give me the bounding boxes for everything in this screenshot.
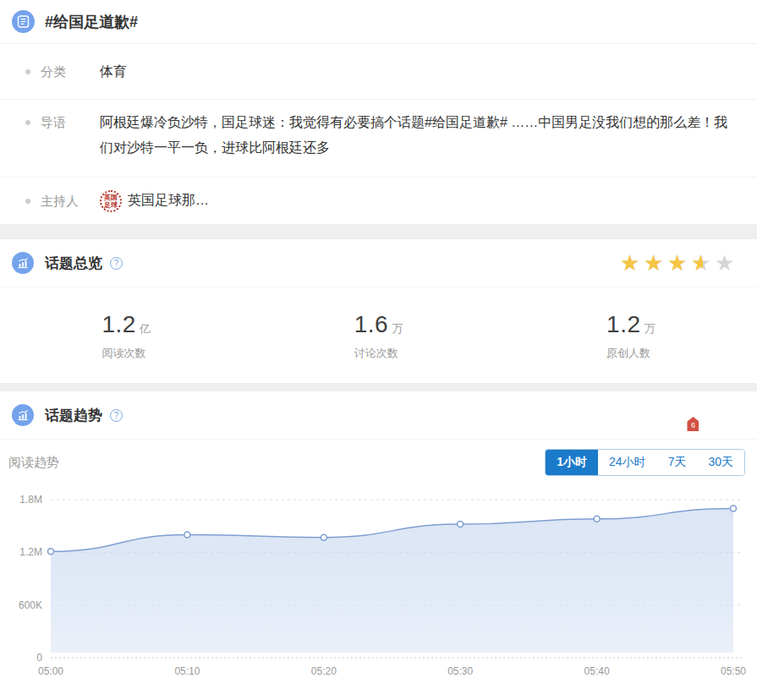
bullet-dot-icon	[25, 69, 30, 74]
intro-text: 阿根廷爆冷负沙特，国足球迷：我觉得有必要搞个话题#给国足道歉# ……中国男足没我…	[100, 110, 736, 161]
y-axis-tick-label: 600K	[19, 599, 42, 611]
tab-30days[interactable]: 30天	[697, 450, 744, 475]
host-row: 主持人 英国足球 英国足球那…	[0, 178, 757, 224]
trend-chart-svg: 1.8M1.2M600K005:0005:1005:2005:3005:4005…	[0, 485, 757, 688]
topic-header-card: #给国足道歉# 分类 体育 导语 阿根廷爆冷负沙特，国足球迷：我觉得有必要搞个话…	[0, 0, 757, 224]
heat-gauge-wrap: 6	[618, 405, 745, 434]
category-value: 体育	[100, 63, 127, 81]
overview-stats-row: 1.2亿 阅读次数 1.6万 讨论次数 1.2万 原创人数	[0, 287, 757, 383]
data-point[interactable]	[184, 532, 190, 538]
trend-title: 话题趋势	[45, 406, 102, 425]
stat-value: 1.2	[606, 311, 640, 337]
y-axis-tick-label: 1.8M	[19, 494, 42, 506]
overview-title: 话题总览	[45, 254, 102, 273]
stat-unit: 万	[645, 322, 656, 335]
x-axis-tick-label: 05:00	[38, 665, 63, 677]
stat-value: 1.2	[101, 311, 135, 337]
topic-title: #给国足道歉#	[45, 12, 138, 32]
stat-reads: 1.2亿 阅读次数	[0, 311, 252, 383]
category-row: 分类 体育	[0, 44, 757, 100]
data-point[interactable]	[321, 534, 326, 540]
x-axis-tick-label: 05:20	[311, 665, 337, 677]
star-icon: ★★	[691, 251, 715, 275]
stat-original-authors: 1.2万 原创人数	[505, 311, 757, 383]
help-icon[interactable]: ?	[110, 257, 123, 270]
time-range-tabs: 1小时 24小时 7天 30天	[545, 449, 745, 476]
intro-row: 导语 阿根廷爆冷负沙特，国足球迷：我觉得有必要搞个话题#给国足道歉# ……中国男…	[0, 100, 757, 178]
x-axis-tick-label: 05:50	[721, 665, 746, 677]
bullet-dot-icon	[25, 120, 30, 125]
stat-unit: 万	[392, 322, 403, 335]
chart-trend-icon	[12, 404, 34, 426]
y-axis-tick-label: 1.2M	[19, 546, 42, 558]
heat-level-badge: 6	[687, 417, 699, 431]
topic-trend-card: 话题趋势 ? 6 阅读趋势 1小时 24小时 7天 30天	[0, 391, 757, 688]
trend-controls: 阅读趋势 1小时 24小时 7天 30天	[0, 440, 757, 485]
tab-1hour[interactable]: 1小时	[546, 450, 598, 475]
trend-header: 话题趋势 ? 6	[0, 391, 757, 440]
topic-document-icon	[12, 10, 35, 33]
stat-discussions: 1.6万 讨论次数	[252, 311, 504, 383]
help-icon[interactable]: ?	[110, 409, 123, 422]
read-trend-chart: 1.8M1.2M600K005:0005:1005:2005:3005:4005…	[0, 485, 757, 688]
x-axis-tick-label: 05:40	[584, 665, 610, 677]
data-point[interactable]	[731, 506, 737, 511]
stat-label: 原创人数	[606, 346, 655, 361]
star-icon: ★★	[715, 251, 738, 275]
star-icon: ★★	[667, 251, 691, 275]
chart-trend-icon	[12, 252, 34, 274]
stat-label: 讨论次数	[354, 346, 403, 361]
star-rating: ★★★★★★★★★★	[620, 251, 745, 275]
y-axis-tick-label: 0	[36, 652, 42, 664]
data-point[interactable]	[48, 549, 54, 555]
section-divider	[0, 224, 757, 239]
topic-title-row: #给国足道歉#	[0, 0, 757, 44]
bullet-dot-icon	[25, 199, 30, 204]
intro-label: 导语	[41, 113, 100, 132]
topic-overview-card: 话题总览 ? ★★★★★★★★★★ 1.2亿 阅读次数 1.6万 讨论次数 1.…	[0, 239, 757, 383]
host-label: 主持人	[41, 192, 100, 211]
topic-analytics-page: #给国足道歉# 分类 体育 导语 阿根廷爆冷负沙特，国足球迷：我觉得有必要搞个话…	[0, 0, 757, 688]
host-name[interactable]: 英国足球那…	[128, 192, 209, 210]
stat-unit: 亿	[140, 322, 151, 335]
star-icon: ★★	[620, 251, 644, 275]
stat-value: 1.6	[354, 311, 388, 337]
star-icon: ★★	[644, 251, 667, 275]
stat-label: 阅读次数	[101, 346, 150, 361]
data-point[interactable]	[594, 516, 600, 522]
data-point[interactable]	[458, 522, 464, 528]
section-divider	[0, 383, 757, 391]
tab-24hours[interactable]: 24小时	[598, 450, 657, 475]
read-trend-label: 阅读趋势	[8, 455, 59, 471]
x-axis-tick-label: 05:30	[447, 665, 473, 677]
trend-area-fill	[51, 508, 733, 653]
x-axis-tick-label: 05:10	[174, 665, 200, 677]
tab-7days[interactable]: 7天	[657, 450, 698, 475]
category-label: 分类	[41, 63, 100, 81]
overview-header: 话题总览 ? ★★★★★★★★★★	[0, 239, 757, 287]
host-avatar[interactable]: 英国足球	[100, 190, 122, 212]
host-profile-link[interactable]: 英国足球 英国足球那…	[100, 190, 209, 212]
